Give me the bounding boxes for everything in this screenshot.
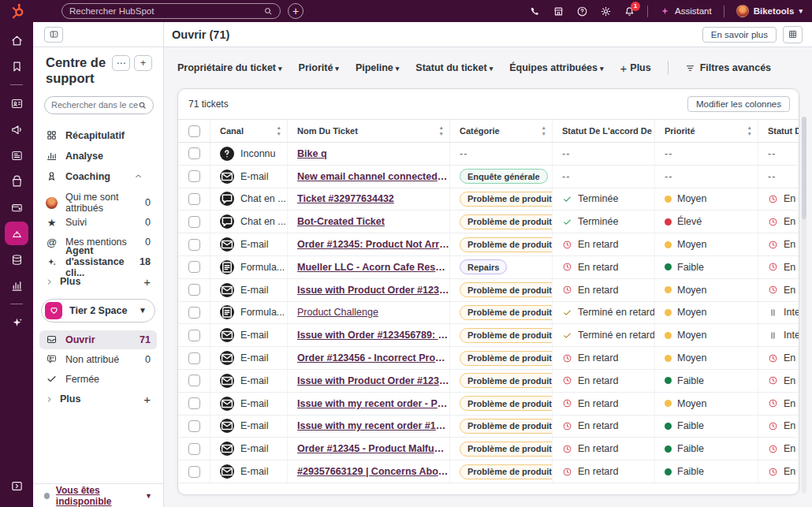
ticket-row[interactable]: Formula... Product Challenge Problème de… bbox=[178, 302, 799, 325]
availability-toggle[interactable]: Vous êtes indisponible bbox=[56, 485, 143, 507]
rail-item-marketing[interactable] bbox=[5, 117, 28, 141]
ticket-name-link[interactable]: New email channel connected to Hu... bbox=[297, 171, 449, 182]
marketplace-icon[interactable] bbox=[553, 6, 564, 17]
row-checkbox[interactable] bbox=[188, 330, 200, 341]
ticket-name-link[interactable]: Issue with Product Order #123456789 bbox=[297, 285, 449, 296]
sort-icon[interactable]: ▲▼ bbox=[537, 125, 546, 136]
ticket-name-link[interactable]: #29357663129 | Concerns About Qual... bbox=[297, 466, 449, 477]
rail-item-reporting[interactable] bbox=[5, 274, 28, 297]
column-header-canal[interactable]: Canal▲▼ bbox=[210, 120, 287, 142]
filter-more-button[interactable]: +Plus bbox=[620, 62, 651, 74]
filter-statut-du-ticket[interactable]: Statut du ticket▾ bbox=[415, 62, 493, 73]
settings-icon[interactable] bbox=[600, 6, 612, 17]
global-search[interactable] bbox=[61, 3, 281, 19]
ticket-row[interactable]: Inconnu Bike q -- -- -- -- bbox=[178, 143, 799, 166]
ticket-name-link[interactable]: Product Challenge bbox=[297, 307, 378, 318]
rail-item-commerce[interactable] bbox=[5, 170, 28, 193]
add-stream-button[interactable]: + bbox=[143, 275, 151, 289]
ticket-row[interactable]: Chat en ... Bot-Created Ticket Problème … bbox=[178, 211, 799, 233]
rail-item-expand-nav[interactable] bbox=[5, 474, 28, 498]
scrollbar-thumb[interactable] bbox=[802, 117, 806, 219]
ticket-row[interactable]: E-mail Order #12345 - Product Malfunctio… bbox=[178, 438, 799, 460]
ticket-name-link[interactable]: Issue with my recent order - Product... bbox=[297, 398, 449, 409]
ticket-name-link[interactable]: Order #12345 - Product Malfunction bbox=[297, 443, 449, 454]
column-header-priorit-[interactable]: Priorité▲▼ bbox=[654, 120, 758, 142]
sidebar-nav-récapitulatif[interactable]: Récapitulatif bbox=[33, 125, 163, 146]
row-checkbox[interactable] bbox=[188, 261, 200, 273]
edit-columns-button[interactable]: Modifier les colonnes bbox=[687, 96, 790, 112]
sidebar-view-ouvrir[interactable]: Ouvrir71 bbox=[39, 330, 157, 349]
add-view-button[interactable]: + bbox=[143, 393, 151, 406]
ticket-row[interactable]: E-mail Issue with Product Order #1234567… bbox=[178, 370, 799, 393]
ticket-name-link[interactable]: Issue with Order #123456789: Produ... bbox=[297, 330, 449, 341]
filter-priorit-[interactable]: Priorité▾ bbox=[299, 62, 339, 73]
row-checkbox[interactable] bbox=[188, 443, 200, 455]
ticket-row[interactable]: E-mail Issue with my recent order - Prod… bbox=[178, 393, 799, 416]
row-checkbox[interactable] bbox=[188, 397, 200, 409]
rail-item-service[interactable] bbox=[5, 222, 28, 245]
rail-item-home[interactable] bbox=[5, 28, 28, 52]
sort-icon[interactable]: ▲▼ bbox=[272, 125, 281, 136]
ticket-name-link[interactable]: Bike q bbox=[297, 148, 327, 159]
row-checkbox[interactable] bbox=[188, 147, 200, 159]
row-checkbox[interactable] bbox=[188, 284, 200, 296]
sidebar-stream-item[interactable]: ★Suivi0 bbox=[33, 213, 163, 233]
board-view-button[interactable] bbox=[783, 26, 803, 43]
row-checkbox[interactable] bbox=[188, 239, 200, 251]
rail-item-crm[interactable] bbox=[5, 91, 28, 115]
learn-more-button[interactable]: En savoir plus bbox=[702, 27, 777, 43]
row-checkbox[interactable] bbox=[188, 466, 200, 478]
space-selector-button[interactable]: Tier 2 Space ▼ bbox=[41, 299, 155, 322]
ticket-name-link[interactable]: Order #12345: Product Not Arriving bbox=[297, 239, 449, 250]
sort-icon[interactable]: ▲▼ bbox=[743, 125, 752, 136]
advanced-filters-button[interactable]: Filtres avancés bbox=[685, 62, 771, 73]
global-search-input[interactable] bbox=[69, 6, 263, 16]
rail-item-payments[interactable] bbox=[5, 196, 28, 219]
ticket-row[interactable]: E-mail Order #12345: Product Not Arrivin… bbox=[178, 233, 799, 256]
sidebar-search[interactable] bbox=[44, 96, 154, 114]
sidebar-nav-analyse[interactable]: Analyse bbox=[33, 146, 163, 166]
rail-item-content[interactable] bbox=[5, 144, 28, 167]
sidebar-nav-coaching[interactable]: Coaching bbox=[33, 166, 163, 187]
sidebar-view-fermée[interactable]: Fermée bbox=[39, 370, 157, 389]
ticket-row[interactable]: Chat en ... Ticket #32977634432 Problème… bbox=[178, 188, 799, 211]
ticket-name-link[interactable]: Ticket #32977634432 bbox=[297, 193, 394, 204]
ticket-row[interactable]: Formula... Mueller LLC - Acorn Cafe Rese… bbox=[178, 256, 799, 279]
sidebar-view-non-attribué[interactable]: Non attribué0 bbox=[39, 350, 157, 369]
sidebar-search-input[interactable] bbox=[51, 100, 138, 110]
vertical-scrollbar[interactable] bbox=[802, 117, 806, 494]
row-checkbox[interactable] bbox=[188, 307, 200, 319]
ticket-name-link[interactable]: Issue with Product Order #123456789 bbox=[297, 375, 449, 386]
ticket-row[interactable]: E-mail Order #123456 - Incorrect Product… bbox=[178, 347, 799, 370]
sidebar-more-streams[interactable]: Plus + bbox=[33, 272, 163, 292]
sidebar-more-options-button[interactable]: ⋯ bbox=[112, 55, 130, 71]
ticket-name-link[interactable]: Mueller LLC - Acorn Cafe Reservatio... bbox=[297, 262, 449, 273]
account-menu[interactable]: Biketools ▾ bbox=[736, 5, 803, 17]
column-header-statut-de-l-accord-de[interactable]: Statut De L'accord De▲▼ bbox=[552, 120, 654, 142]
row-checkbox[interactable] bbox=[188, 216, 200, 228]
notifications-icon[interactable]: 1 bbox=[624, 6, 635, 17]
filter--quipes-attribu-es[interactable]: Équipes attribuées▾ bbox=[509, 62, 603, 73]
calling-icon[interactable] bbox=[529, 6, 541, 17]
sidebar-add-button[interactable]: + bbox=[134, 55, 152, 71]
row-checkbox[interactable] bbox=[188, 420, 200, 432]
column-header-statut-de[interactable]: Statut De bbox=[758, 120, 799, 142]
filter-pipeline[interactable]: Pipeline▾ bbox=[356, 62, 399, 73]
global-create-button[interactable]: + bbox=[288, 3, 304, 19]
ticket-row[interactable]: E-mail #29357663129 | Concerns About Qua… bbox=[178, 460, 799, 483]
ticket-row[interactable]: E-mail Issue with Order #123456789: Prod… bbox=[178, 324, 799, 347]
assistant-button[interactable]: Assistant bbox=[660, 6, 712, 17]
ticket-row[interactable]: E-mail Issue with Product Order #1234567… bbox=[178, 279, 799, 302]
hubspot-logo-icon[interactable] bbox=[9, 2, 26, 20]
sidebar-stream-item[interactable]: Qui me sont attribués0 bbox=[33, 193, 163, 213]
filter-propri-taire-du-ticket[interactable]: Propriétaire du ticket▾ bbox=[177, 62, 282, 73]
column-header-nom-du-ticket[interactable]: Nom Du Ticket▲▼ bbox=[287, 120, 449, 142]
rail-item-bookmarks[interactable] bbox=[5, 54, 28, 78]
row-checkbox[interactable] bbox=[188, 193, 200, 205]
help-icon[interactable] bbox=[576, 6, 588, 17]
sidebar-stream-item[interactable]: Agent d'assistance cli...18 bbox=[33, 252, 163, 272]
row-checkbox[interactable] bbox=[188, 170, 200, 182]
sort-icon[interactable]: ▲▼ bbox=[434, 125, 444, 136]
collapse-sidebar-button[interactable] bbox=[44, 27, 63, 43]
rail-item-data-management[interactable] bbox=[5, 248, 28, 271]
